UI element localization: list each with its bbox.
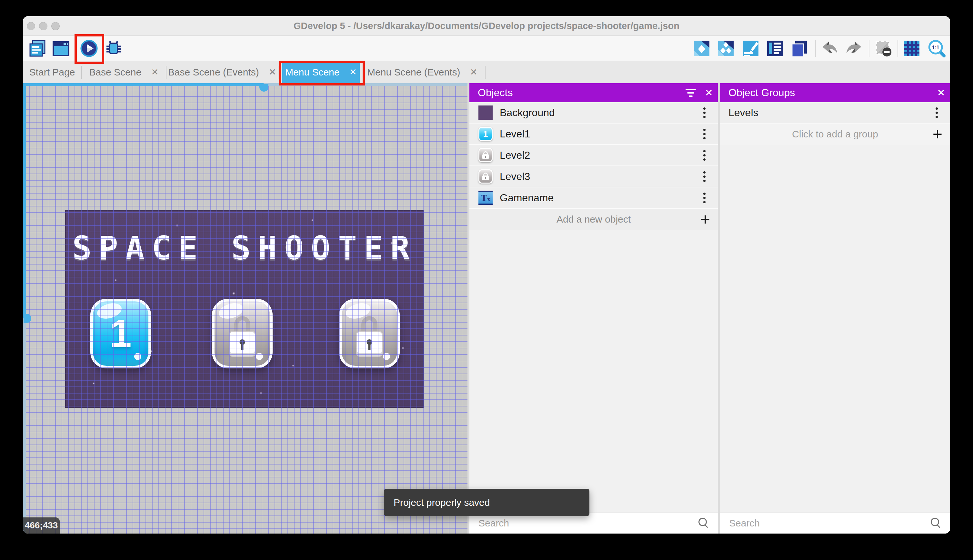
content-area: SPACE SHOOTER 1 <box>23 83 950 533</box>
tab-close-icon[interactable]: ✕ <box>349 67 357 77</box>
redo-icon[interactable] <box>845 39 863 57</box>
add-group-plus-icon[interactable]: + <box>933 126 942 143</box>
objects-panel-header: Objects ✕ <box>470 83 718 102</box>
object-row-level1[interactable]: 1 Level1 <box>470 123 718 145</box>
objects-list: Background 1 Level1 Level <box>470 102 718 230</box>
object-groups-panel: Object Groups ✕ Levels Click to add a gr… <box>720 83 950 533</box>
instance-editor-icon[interactable] <box>693 39 711 57</box>
grid-icon[interactable] <box>903 39 921 57</box>
toolbar-separator <box>898 40 898 57</box>
groups-panel-title: Object Groups <box>728 87 932 99</box>
edit-properties-icon[interactable] <box>742 39 760 57</box>
debug-icon[interactable] <box>105 39 123 57</box>
play-button[interactable] <box>80 39 98 57</box>
object-menu-button[interactable] <box>695 193 714 203</box>
lock-button-icon <box>478 169 493 183</box>
add-group-row[interactable]: Click to add a group + <box>720 123 950 145</box>
object-menu-button[interactable] <box>695 171 714 182</box>
cursor-coordinates-badge: 466;433 <box>23 517 60 533</box>
objects-panel: Objects ✕ Background <box>470 83 718 533</box>
toolbar-separator <box>815 40 816 57</box>
mask-remove-icon[interactable] <box>874 39 892 57</box>
horizontal-scrollbar[interactable] <box>23 83 468 86</box>
tab-spacer <box>278 61 282 83</box>
tab-menu-scene-events[interactable]: Menu Scene (Events) ✕ <box>360 61 485 83</box>
object-row-background[interactable]: Background <box>470 102 718 123</box>
group-menu-button[interactable] <box>927 107 946 118</box>
object-menu-button[interactable] <box>695 107 714 118</box>
vertical-scrollbar-thumb[interactable] <box>23 314 31 323</box>
tab-close-icon[interactable]: ✕ <box>269 67 276 77</box>
search-icon <box>698 518 710 529</box>
groups-list: Levels Click to add a group + <box>720 102 950 145</box>
toast-message: Project properly saved <box>393 497 490 508</box>
tab-close-icon[interactable]: ✕ <box>470 67 478 77</box>
search-icon <box>931 518 942 529</box>
tab-bar: Start Page Base Scene ✕ Base Scene (Even… <box>23 61 950 83</box>
objects-list-icon[interactable] <box>766 39 784 57</box>
window-title: GDevelop 5 - /Users/dkarakay/Documents/G… <box>23 16 950 36</box>
add-object-row[interactable]: Add a new object + <box>470 209 718 230</box>
object-menu-button[interactable] <box>695 129 714 139</box>
objects-panel-title: Objects <box>478 87 682 99</box>
save-toast: Project properly saved <box>384 489 590 516</box>
group-row-levels[interactable]: Levels <box>720 102 950 123</box>
project-manager-icon[interactable] <box>29 39 47 57</box>
zoom-1-1-icon[interactable]: 1:1 <box>928 39 946 57</box>
undo-icon[interactable] <box>821 39 839 57</box>
button-dot <box>134 353 141 360</box>
scene-editor-canvas[interactable]: SPACE SHOOTER 1 <box>23 83 468 533</box>
tab-base-scene[interactable]: Base Scene ✕ <box>82 61 166 83</box>
lock-icon <box>229 331 256 357</box>
tab-start-page[interactable]: Start Page <box>23 61 81 83</box>
titlebar: GDevelop 5 - /Users/dkarakay/Documents/G… <box>23 16 950 36</box>
close-panel-icon[interactable]: ✕ <box>932 84 950 102</box>
tab-base-scene-events[interactable]: Base Scene (Events) ✕ <box>167 61 278 83</box>
panel-divider[interactable] <box>718 83 720 533</box>
multi-instance-icon[interactable] <box>717 39 735 57</box>
text-object-icon: Tx <box>478 191 493 205</box>
groups-search-row <box>720 513 950 533</box>
level2-locked-button-instance[interactable] <box>212 299 273 368</box>
lock-button-icon <box>478 148 493 162</box>
object-row-level2[interactable]: Level2 <box>470 145 718 166</box>
level3-locked-button-instance[interactable] <box>339 299 400 368</box>
svg-text:1:1: 1:1 <box>932 45 940 50</box>
add-object-plus-icon[interactable]: + <box>700 211 710 228</box>
button-dot <box>256 353 263 360</box>
color-swatch-icon <box>478 105 493 120</box>
level1-button-instance[interactable]: 1 <box>90 299 151 368</box>
scene-background-instance[interactable]: SPACE SHOOTER 1 <box>65 210 424 408</box>
vertical-scrollbar[interactable] <box>23 83 26 533</box>
tab-menu-scene[interactable]: Menu Scene ✕ <box>282 61 360 83</box>
lock-icon <box>356 331 383 357</box>
object-row-level3[interactable]: Level3 <box>470 166 718 187</box>
tab-close-icon[interactable]: ✕ <box>151 67 158 77</box>
object-menu-button[interactable] <box>695 150 714 161</box>
screenshot-stage: GDevelop 5 - /Users/dkarakay/Documents/G… <box>0 0 973 560</box>
close-panel-icon[interactable]: ✕ <box>700 84 718 102</box>
gdevelop-window: GDevelop 5 - /Users/dkarakay/Documents/G… <box>23 16 950 533</box>
game-title-text[interactable]: SPACE SHOOTER <box>66 229 423 267</box>
groups-panel-header: Object Groups ✕ <box>720 83 950 102</box>
filter-icon[interactable] <box>682 84 700 102</box>
level-button-icon: 1 <box>478 127 493 141</box>
horizontal-scrollbar-thumb[interactable] <box>259 84 268 92</box>
tab-divider <box>485 66 485 79</box>
object-row-gamename[interactable]: Tx Gamename <box>470 187 718 209</box>
scene-window-icon[interactable] <box>52 39 70 57</box>
groups-search-input[interactable] <box>720 513 950 533</box>
main-toolbar: 1:1 <box>23 36 950 61</box>
button-dot <box>383 353 390 360</box>
layers-icon[interactable] <box>790 39 808 57</box>
toolbar-separator <box>869 40 870 57</box>
